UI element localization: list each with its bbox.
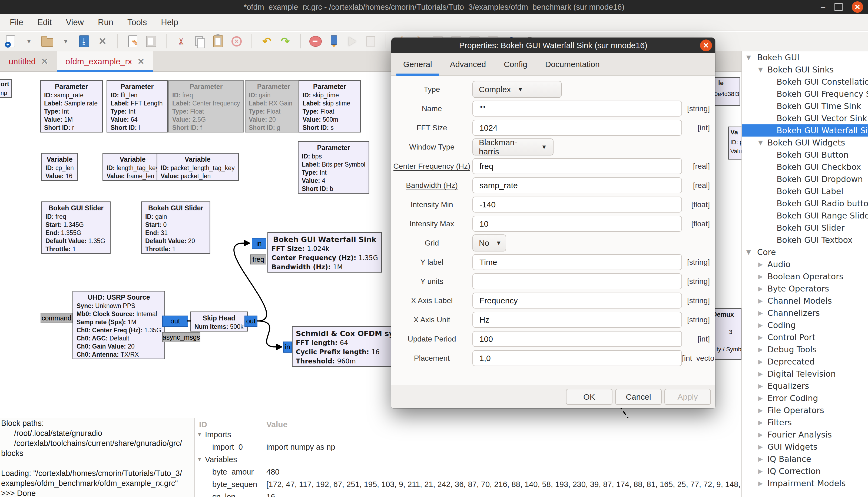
chevron-right-icon[interactable]: ▶ [758,370,763,377]
chevron-right-icon[interactable]: ▶ [758,407,763,414]
block-uhd-usrp-source[interactable]: UHD: USRP SourceSync: Unknown PPSMb0: Cl… [72,291,165,359]
chevron-down-icon[interactable]: ▼ [758,139,763,146]
page-layout-icon[interactable] [145,35,157,47]
table-row[interactable]: cp_len16 [195,491,741,497]
copy-icon[interactable] [194,35,206,47]
block-bokeh-gui-slider-gain[interactable]: Bokeh GUI SliderID: gainStart: 0End: 31D… [141,201,210,254]
dropdown-type[interactable]: Complex▼ [472,81,561,98]
tab-close-icon[interactable]: ✕ [137,57,144,67]
partial-block-import[interactable]: ortnp [0,79,12,98]
chevron-right-icon[interactable]: ▶ [758,346,763,353]
sidebar-item-bokeh-gui-time-sink[interactable]: Bokeh GUI Time Sink [742,100,868,112]
sidebar-item-core[interactable]: ▼Core [742,246,868,258]
partial-block-variable-top-right[interactable]: le0e4d38f3 [712,77,740,106]
sidebar-item-gui-widgets[interactable]: ▶GUI Widgets [742,441,868,453]
redo-icon[interactable]: ↷ [279,35,291,47]
menu-edit[interactable]: Edit [30,17,59,27]
open-folder-icon[interactable] [41,35,54,47]
block-bokeh-gui-slider-freq[interactable]: Bokeh GUI SliderID: freqStart: 1.345GEnd… [41,201,111,254]
menu-view[interactable]: View [59,17,91,27]
sidebar-item-impairment-models[interactable]: ▶Impairment Models [742,477,868,489]
block-parameter-skip-time[interactable]: ParameterID: skip_timeLabel: skip stimeT… [299,80,361,132]
sidebar-item-bokeh-gui-constellation-s[interactable]: Bokeh GUI Constellation S [742,76,868,88]
kill-icon[interactable] [365,35,377,47]
sidebar-item-deprecated[interactable]: ▶Deprecated [742,356,868,368]
generate-icon[interactable] [328,35,340,47]
chevron-down-icon[interactable]: ▼ [746,249,751,256]
sidebar-item-bokeh-gui-range-slider[interactable]: Bokeh GUI Range Slider [742,210,868,222]
input-fft-size[interactable]: 1024 [472,120,682,136]
input-bandwidth-hz[interactable]: samp_rate [472,178,682,193]
edit-properties-icon[interactable]: ✎ [127,35,139,47]
sidebar-item-channel-models[interactable]: ▶Channel Models [742,295,868,307]
sidebar-item-bokeh-gui-vector-sink[interactable]: Bokeh GUI Vector Sink [742,112,868,124]
partial-block-variable-pilot[interactable]: VaID: pilotValue: (- [728,127,741,159]
sidebar-item-channelizers[interactable]: ▶Channelizers [742,307,868,319]
tree-group-row[interactable]: ▼Variables [195,454,741,466]
input-center-frequency-hz[interactable]: freq [472,158,682,174]
apply-button[interactable]: Apply [664,389,711,405]
menu-tools[interactable]: Tools [120,17,154,27]
sidebar-item-bokeh-gui-button[interactable]: Bokeh GUI Button [742,149,868,161]
dialog-tab-config[interactable]: Config [504,53,527,76]
block-parameter-samp-rate[interactable]: ParameterID: samp_rateLabel: Sample rate… [40,80,103,132]
minimize-icon[interactable]: – [821,3,825,11]
sidebar-item-byte-operators[interactable]: ▶Byte Operators [742,283,868,295]
tab-ofdm-example-rx[interactable]: ofdm_example_rx✕ [57,52,153,72]
menu-file[interactable]: File [3,17,30,27]
block-skip-head[interactable]: Skip HeadNum Items: 500k [190,312,248,331]
dialog-tab-advanced[interactable]: Advanced [450,53,486,76]
sidebar-item-bokeh-gui-checkbox[interactable]: Bokeh GUI Checkbox [742,161,868,173]
chevron-right-icon[interactable]: ▶ [758,285,763,292]
sidebar-item-fourier-analysis[interactable]: ▶Fourier Analysis [742,429,868,441]
block-parameter-bps[interactable]: ParameterID: bpsLabel: Bits per SymbolTy… [298,141,369,194]
sidebar-item-bokeh-gui-radio-buttons[interactable]: Bokeh GUI Radio buttons [742,197,868,210]
port-usrp-out[interactable]: out [162,315,188,327]
chevron-right-icon[interactable]: ▶ [758,273,763,280]
chevron-right-icon[interactable]: ▶ [758,395,763,401]
menu-help[interactable]: Help [154,17,185,27]
sidebar-item-bokeh-gui-frequency-sink[interactable]: Bokeh GUI Frequency Sink [742,88,868,100]
dropdown-caret-icon[interactable]: ▾ [23,35,35,47]
tab-untitled[interactable]: untitled✕ [0,52,57,72]
block-parameter-fft-len[interactable]: ParameterID: fft_lenLabel: FFT LengthTyp… [106,80,168,132]
sidebar-item-digital-television[interactable]: ▶Digital Television [742,368,868,380]
clear-errors-icon[interactable]: ✕ [230,35,243,47]
execute-icon[interactable] [346,35,358,47]
chevron-right-icon[interactable]: ▶ [758,261,763,268]
console-table-divider[interactable] [195,418,195,497]
sidebar-item-equalizers[interactable]: ▶Equalizers [742,380,868,392]
port-usrp-command[interactable]: command [41,313,72,323]
input-placement[interactable]: 1,0 [472,350,682,366]
chevron-right-icon[interactable]: ▶ [758,443,763,450]
tab-close-icon[interactable]: ✕ [41,57,48,67]
undo-icon[interactable]: ↶ [261,35,273,47]
table-row[interactable]: byte_amour480 [195,466,741,478]
input-y-label[interactable]: Time [472,254,682,270]
port-schmidl-in[interactable]: in [283,342,292,353]
dropdown-caret-icon[interactable]: ▾ [59,35,72,47]
chevron-down-icon[interactable]: ▼ [758,66,763,73]
sidebar-item-boolean-operators[interactable]: ▶Boolean Operators [742,270,868,283]
chevron-right-icon[interactable]: ▶ [758,310,763,316]
close-icon[interactable]: ✕ [852,1,863,13]
sidebar-item-bokeh-gui-dropdown[interactable]: Bokeh GUI Dropdown [742,173,868,185]
chevron-right-icon[interactable]: ▶ [758,334,763,341]
sidebar-item-error-coding[interactable]: ▶Error Coding [742,392,868,404]
block-parameter-gain[interactable]: ParameterID: gainLabel: RX GainType: Flo… [245,80,302,132]
chevron-right-icon[interactable]: ▶ [758,456,763,463]
sidebar-item-file-operators[interactable]: ▶File Operators [742,404,868,416]
dialog-titlebar[interactable]: Properties: Bokeh GUI Waterfall Sink (su… [391,38,715,53]
maximize-icon[interactable] [835,3,843,11]
sidebar-item-coding[interactable]: ▶Coding [742,319,868,331]
window-titlebar[interactable]: *ofdm_example_rx.grc - /cortexlab/homes/… [0,0,868,14]
input-intensity-max[interactable]: 10 [472,216,682,232]
sidebar-item-audio[interactable]: ▶Audio [742,258,868,270]
sidebar-item-bokeh-gui[interactable]: ▼Bokeh GUI [742,52,868,63]
new-file-icon[interactable]: + [4,35,17,47]
sidebar-item-bokeh-gui-label[interactable]: Bokeh GUI Label [742,185,868,197]
input-y-units[interactable] [472,273,682,289]
sidebar-item-bokeh-gui-textbox[interactable]: Bokeh GUI Textbox [742,234,868,246]
menu-run[interactable]: Run [91,17,120,27]
input-x-axis-label[interactable]: Frequency [472,293,682,309]
